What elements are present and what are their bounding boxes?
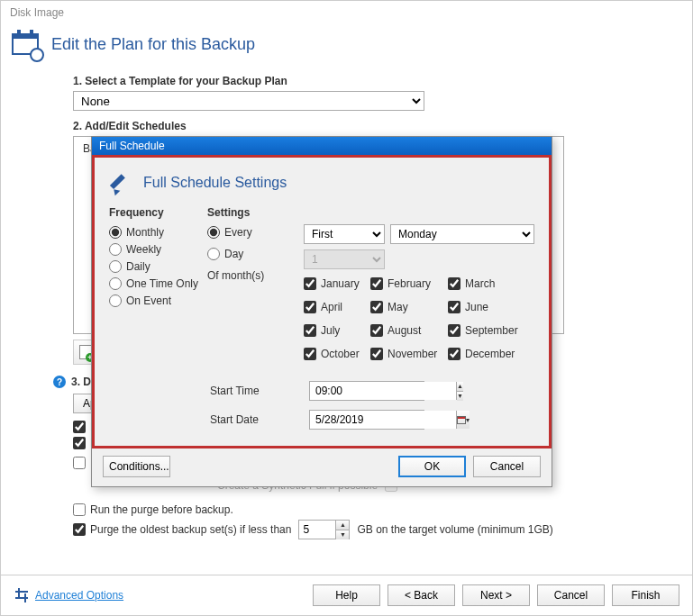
run-purge-label: Run the purge before backup. [90, 503, 233, 516]
spin-down-icon[interactable]: ▼ [336, 530, 349, 539]
run-purge-checkbox[interactable] [73, 503, 86, 516]
frequency-onevent-radio[interactable] [109, 294, 122, 307]
month-feb-checkbox[interactable] [370, 277, 383, 290]
month-jul-checkbox[interactable] [304, 324, 316, 337]
dialog-cancel-button[interactable]: Cancel [473, 456, 541, 477]
month-dec-checkbox[interactable] [448, 348, 460, 360]
step2-label: 2. Add/Edit Schedules [73, 120, 647, 132]
wizard-footer: Advanced Options Help < Back Next > Canc… [1, 575, 692, 615]
purge-oldest-post-label: GB on the target volume (minimum 1GB) [357, 523, 552, 536]
advanced-options-link[interactable]: Advanced Options [35, 589, 123, 602]
differential-checkbox[interactable] [73, 437, 86, 449]
step1-label: 1. Select a Template for your Backup Pla… [73, 75, 647, 87]
frequency-daily-label: Daily [126, 260, 150, 273]
dialog-title: Full Schedule [92, 137, 552, 155]
month-oct-label: October [321, 348, 360, 360]
full-checkbox[interactable] [73, 421, 86, 433]
month-mar-label: March [465, 277, 495, 290]
dialog-heading: Full Schedule Settings [143, 175, 287, 191]
settings-header: Settings [207, 206, 304, 219]
purge-oldest-pre-label: Purge the oldest backup set(s) if less t… [90, 523, 291, 536]
ok-button[interactable]: OK [398, 456, 466, 477]
spin-up-icon[interactable]: ▲ [457, 382, 463, 392]
month-jun-checkbox[interactable] [448, 301, 460, 313]
month-feb-label: February [388, 277, 431, 290]
setting-day-label: Day [224, 248, 243, 260]
month-mar-checkbox[interactable] [448, 277, 460, 290]
page-title: Edit the Plan for this Backup [51, 35, 255, 54]
help-button[interactable]: Help [313, 584, 380, 606]
ordinal-select[interactable]: First [304, 224, 385, 244]
frequency-daily-radio[interactable] [109, 260, 122, 273]
weekday-select[interactable]: Monday [390, 224, 534, 244]
incremental-checkbox[interactable] [73, 457, 86, 469]
month-jun-label: June [465, 301, 488, 313]
month-aug-checkbox[interactable] [370, 324, 383, 337]
frequency-monthly-label: Monthly [126, 226, 164, 239]
setting-day-radio[interactable] [207, 248, 220, 260]
month-aug-label: August [388, 324, 421, 337]
window-title: Disk Image [1, 1, 692, 24]
spin-down-icon[interactable]: ▼ [457, 392, 463, 401]
calendar-icon [457, 416, 466, 424]
purge-gb-spinner[interactable]: ▲▼ [298, 520, 350, 539]
help-icon[interactable]: ? [53, 376, 66, 388]
month-dec-label: December [465, 348, 515, 360]
frequency-onetime-label: One Time Only [126, 277, 198, 290]
month-jan-checkbox[interactable] [304, 277, 316, 290]
frequency-onetime-radio[interactable] [109, 277, 122, 290]
document-plus-icon [79, 345, 92, 359]
month-oct-checkbox[interactable] [304, 348, 316, 360]
month-sep-label: September [465, 324, 518, 337]
frequency-onevent-label: On Event [126, 294, 171, 307]
month-nov-label: November [388, 348, 437, 360]
calendar-clock-icon [10, 28, 42, 60]
start-time-input[interactable]: ▲▼ [309, 381, 424, 401]
finish-button[interactable]: Finish [612, 584, 679, 606]
start-time-field[interactable] [310, 382, 456, 400]
month-apr-checkbox[interactable] [304, 301, 316, 313]
frequency-monthly-radio[interactable] [109, 226, 122, 239]
template-select[interactable]: None [73, 91, 424, 111]
month-nov-checkbox[interactable] [370, 348, 383, 360]
frequency-weekly-label: Weekly [126, 243, 161, 256]
spin-up-icon[interactable]: ▲ [336, 521, 349, 530]
start-date-field[interactable] [310, 411, 456, 429]
purge-gb-input[interactable] [299, 521, 335, 539]
start-date-label: Start Date [210, 413, 309, 426]
month-jul-label: July [321, 324, 340, 337]
purge-oldest-checkbox[interactable] [73, 523, 86, 536]
month-jan-label: January [321, 277, 360, 290]
month-may-label: May [388, 301, 408, 313]
cancel-button[interactable]: Cancel [537, 584, 605, 606]
pencil-icon [109, 170, 134, 195]
next-button[interactable]: Next > [462, 584, 530, 606]
back-button[interactable]: < Back [388, 584, 455, 606]
month-sep-checkbox[interactable] [448, 324, 460, 337]
start-time-label: Start Time [210, 385, 309, 397]
date-picker-button[interactable]: ▾ [456, 411, 470, 429]
page-header: Edit the Plan for this Backup [1, 24, 692, 69]
frequency-weekly-radio[interactable] [109, 243, 122, 256]
conditions-button[interactable]: Conditions... [103, 456, 170, 477]
month-may-checkbox[interactable] [370, 301, 383, 313]
setting-every-radio[interactable] [207, 226, 220, 239]
full-schedule-dialog: Full Schedule Full Schedule Settings Fre… [91, 136, 552, 487]
setting-every-label: Every [224, 226, 252, 239]
frequency-header: Frequency [109, 206, 207, 219]
of-months-label: Of month(s) [207, 269, 304, 282]
month-apr-label: April [321, 301, 342, 313]
sliders-icon [14, 588, 30, 602]
day-number-select: 1 [304, 249, 385, 269]
start-date-input[interactable]: ▾ [309, 410, 424, 430]
